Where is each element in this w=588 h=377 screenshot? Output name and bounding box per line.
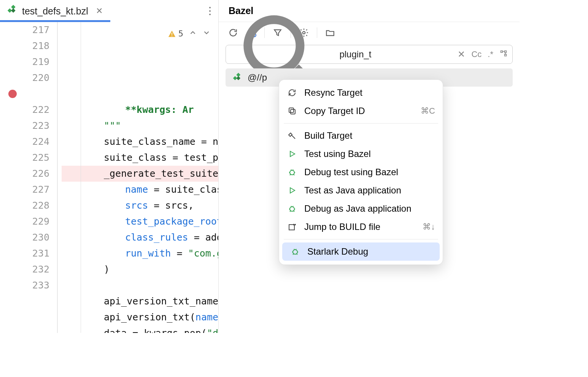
code-line[interactable]: suite_class_name = name xyxy=(62,134,218,150)
regex-toggle[interactable]: .* xyxy=(488,49,493,59)
breakpoint-icon[interactable] xyxy=(8,90,17,98)
warning-count: 5 xyxy=(168,26,183,42)
editor-panel: test_defs_kt.bzl ✕ 217218219220222223224… xyxy=(0,0,219,333)
menu-item-label: Resync Target xyxy=(304,87,362,98)
search-input[interactable] xyxy=(339,49,453,60)
code-line[interactable]: api_version_txt(name = a xyxy=(62,309,218,325)
line-number[interactable]: 219 xyxy=(0,54,49,70)
code-line[interactable]: api_version_txt_name = n xyxy=(62,293,218,309)
line-number[interactable]: 218 xyxy=(0,38,49,54)
code-line[interactable]: srcs = srcs, xyxy=(62,198,218,214)
tree-view-icon[interactable] xyxy=(499,49,508,60)
line-number[interactable]: 233 xyxy=(0,277,49,293)
line-number[interactable]: 226 xyxy=(0,166,49,182)
warning-icon xyxy=(168,30,176,38)
chevron-up-icon[interactable] xyxy=(189,26,197,42)
editor-tabbar: test_defs_kt.bzl ✕ xyxy=(0,0,218,22)
editor-body[interactable]: 2172182192202222232242252262272282292302… xyxy=(0,22,218,333)
match-case-toggle[interactable]: Cc xyxy=(471,49,482,59)
play-icon xyxy=(287,186,297,195)
line-number[interactable]: 222 xyxy=(0,102,49,118)
chevron-down-icon[interactable] xyxy=(202,26,211,42)
resync-icon xyxy=(287,88,297,97)
tabbar-more-button[interactable] xyxy=(202,7,218,15)
menu-item-shortcut: ⌘C xyxy=(421,106,435,116)
debug-icon xyxy=(290,247,300,256)
menu-item-label: Build Target xyxy=(304,130,352,141)
svg-rect-3 xyxy=(172,33,172,35)
clear-search-icon[interactable]: ✕ xyxy=(458,49,465,60)
code-line[interactable] xyxy=(62,277,218,293)
menu-item[interactable]: Test using Bazel xyxy=(279,145,443,163)
line-number[interactable]: 227 xyxy=(0,182,49,198)
inspection-widget[interactable]: 5 xyxy=(165,24,214,43)
code-line[interactable]: name = suite_class_n xyxy=(62,182,218,198)
menu-item-label: Starlark Debug xyxy=(307,246,368,257)
code-line[interactable]: **kwargs: Ar xyxy=(62,102,218,118)
menu-item-label: Jump to BUILD file xyxy=(304,222,380,232)
line-number[interactable]: 217 xyxy=(0,22,49,38)
target-search-field[interactable]: ✕ Cc .* xyxy=(226,45,513,64)
line-number[interactable]: 228 xyxy=(0,198,49,214)
menu-item-label: Copy Target ID xyxy=(304,106,365,116)
bazel-file-icon xyxy=(7,5,17,17)
code-line[interactable]: class_rules = additi xyxy=(62,230,218,246)
hammer-icon xyxy=(287,131,297,140)
menu-item[interactable]: Jump to BUILD file⌘↓ xyxy=(279,218,443,236)
menu-item-label: Debug test using Bazel xyxy=(304,167,398,177)
menu-item[interactable]: Copy Target ID⌘C xyxy=(279,102,443,120)
line-number[interactable]: 230 xyxy=(0,230,49,246)
debug-icon xyxy=(287,168,297,177)
code-line[interactable]: data = kwargs.pop("data" xyxy=(62,325,218,333)
svg-marker-13 xyxy=(290,151,295,157)
tab-close-icon[interactable]: ✕ xyxy=(96,6,103,16)
menu-item[interactable]: Test as Java application xyxy=(279,181,443,200)
svg-rect-11 xyxy=(291,109,295,114)
code-line[interactable]: run_with = "com.goog xyxy=(62,246,218,261)
svg-rect-10 xyxy=(236,76,240,80)
target-context-menu: Resync TargetCopy Target ID⌘CBuild Targe… xyxy=(279,80,443,265)
target-label: @//p xyxy=(248,72,267,83)
line-number[interactable]: 220 xyxy=(0,70,49,86)
editor-gutter[interactable]: 2172182192202222232242252262272282292302… xyxy=(0,22,57,333)
line-number[interactable]: 229 xyxy=(0,214,49,230)
menu-item[interactable]: Build Target xyxy=(279,127,443,145)
line-number[interactable]: 232 xyxy=(0,261,49,277)
menu-item-label: Test as Java application xyxy=(304,185,401,196)
play-icon xyxy=(287,149,297,158)
menu-item-shortcut: ⌘↓ xyxy=(423,222,435,232)
tab-filename: test_defs_kt.bzl xyxy=(22,6,88,17)
code-line[interactable]: _generate_test_suite( xyxy=(62,166,218,182)
line-number[interactable] xyxy=(0,86,49,102)
menu-item[interactable]: Starlark Debug xyxy=(282,242,440,261)
jump-icon xyxy=(287,222,297,231)
menu-item[interactable]: Resync Target xyxy=(279,84,443,102)
menu-item-label: Debug as Java application xyxy=(304,203,412,214)
menu-item[interactable]: Debug as Java application xyxy=(279,200,443,218)
line-number[interactable]: 231 xyxy=(0,246,49,261)
menu-item-label: Test using Bazel xyxy=(304,149,371,159)
debug-icon xyxy=(287,204,297,213)
line-number[interactable]: 224 xyxy=(0,134,49,150)
code-line[interactable]: """ xyxy=(62,118,218,134)
code-line[interactable]: suite_class = test_packa xyxy=(62,150,218,166)
svg-rect-17 xyxy=(289,225,294,230)
svg-rect-4 xyxy=(172,36,172,36)
svg-point-7 xyxy=(248,20,300,72)
code-line[interactable]: ) xyxy=(62,261,218,277)
svg-rect-12 xyxy=(289,108,294,112)
editor-code-area[interactable]: 5 **kwargs: Ar"""suite_class_name = name… xyxy=(58,22,218,333)
menu-item[interactable]: Debug test using Bazel xyxy=(279,163,443,181)
svg-rect-2 xyxy=(11,8,16,13)
code-line[interactable]: test_package_root = xyxy=(62,214,218,230)
svg-marker-15 xyxy=(290,188,295,193)
copy-icon xyxy=(287,106,297,116)
line-number[interactable]: 225 xyxy=(0,150,49,166)
bazel-target-icon xyxy=(232,73,242,82)
editor-tab[interactable]: test_defs_kt.bzl ✕ xyxy=(0,0,110,22)
line-number[interactable]: 223 xyxy=(0,118,49,134)
